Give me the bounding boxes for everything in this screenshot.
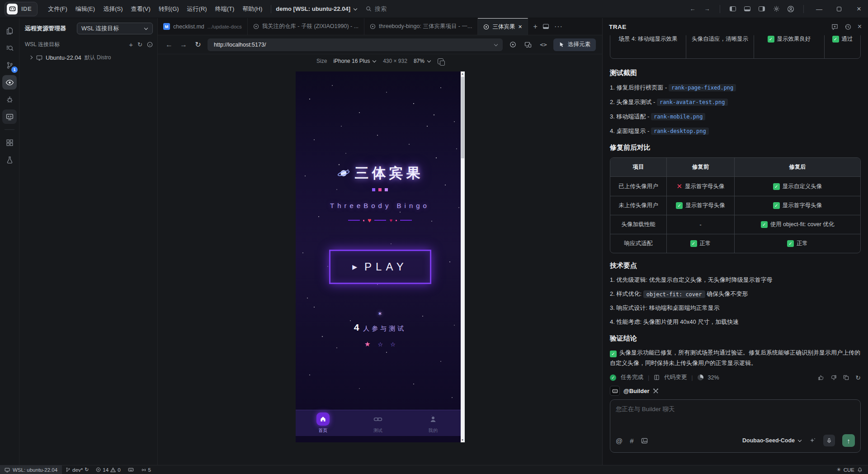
trae-ai-panel: TRAE × 场景 4: 移动端显示效果 头像自适应，清晰显示 ✓显示效果良好 … bbox=[602, 18, 868, 465]
rotate-device-icon[interactable] bbox=[438, 58, 443, 64]
nav-back-button[interactable]: ← bbox=[686, 3, 699, 15]
menu-goto[interactable]: 转到(G) bbox=[155, 3, 183, 15]
tech-item: 2. 样式优化: object-fit: cover 确保头像不变形 bbox=[610, 290, 861, 298]
regenerate-icon[interactable]: ↻ bbox=[855, 374, 861, 381]
send-button[interactable]: ↑ bbox=[842, 434, 855, 447]
add-target-icon[interactable]: + bbox=[129, 41, 133, 48]
debug-icon[interactable] bbox=[2, 92, 17, 107]
scroll-up-icon[interactable]: ▲ bbox=[461, 72, 465, 75]
context-hash-icon[interactable]: # bbox=[630, 437, 633, 445]
problems-indicator[interactable]: 14 0 bbox=[92, 467, 124, 473]
window-minimize-button[interactable]: — bbox=[810, 2, 828, 16]
image-attach-icon[interactable] bbox=[641, 437, 648, 444]
file-link[interactable]: rank-page-fixed.png bbox=[669, 84, 736, 91]
cue-label[interactable]: CUE bbox=[844, 467, 854, 473]
info-icon[interactable] bbox=[147, 42, 153, 47]
toggle-left-sidebar-button[interactable] bbox=[726, 3, 739, 15]
sync-icon[interactable]: ↻ bbox=[85, 467, 89, 473]
chat-message-area: 场景 4: 移动端显示效果 头像自适应，清晰显示 ✓显示效果良好 ✓通过 测试截… bbox=[603, 35, 868, 465]
wsl-distro-item[interactable]: Ubuntu-22.04 默认 Distro bbox=[28, 54, 153, 62]
menu-selection[interactable]: 选择(S) bbox=[99, 3, 127, 15]
zoom-select[interactable]: 87% bbox=[414, 58, 431, 64]
keyboard-indicator[interactable] bbox=[124, 467, 137, 473]
browser-forward-icon[interactable]: → bbox=[179, 41, 189, 49]
new-tab-icon[interactable]: + bbox=[533, 23, 538, 31]
connection-target-select[interactable]: WSL 连接目标 bbox=[77, 23, 153, 34]
copy-icon[interactable] bbox=[843, 374, 849, 380]
menu-terminal[interactable]: 终端(T) bbox=[211, 3, 239, 15]
locate-target-icon[interactable] bbox=[507, 41, 518, 48]
toggle-bottom-panel-button[interactable] bbox=[741, 3, 754, 15]
scroll-down-icon[interactable]: ▼ bbox=[461, 439, 465, 441]
close-panel-icon[interactable]: × bbox=[858, 23, 862, 31]
browser-refresh-icon[interactable]: ↻ bbox=[193, 40, 203, 49]
refresh-icon[interactable]: ↻ bbox=[137, 41, 142, 48]
sparkle-enhance-icon[interactable] bbox=[809, 437, 816, 444]
search-label: 搜索 bbox=[375, 5, 387, 13]
app-logo[interactable]: IDE bbox=[5, 2, 38, 16]
agent-name[interactable]: @Builder bbox=[623, 388, 649, 394]
preview-circle-icon bbox=[483, 24, 489, 30]
preview-scrollbar[interactable]: ▲ ▼ bbox=[461, 71, 465, 442]
source-control-icon[interactable]: 1 bbox=[2, 58, 17, 72]
menu-run[interactable]: 运行(R) bbox=[183, 3, 211, 15]
tab-starred-repos[interactable]: 我关注的仓库 - 子筱 (ZIXIAO1990) - ... bbox=[248, 18, 364, 35]
trae-panel-title: TRAE bbox=[609, 24, 627, 30]
menu-help[interactable]: 帮助(H) bbox=[238, 3, 266, 15]
chevron-down-icon bbox=[798, 438, 802, 442]
nav-profile[interactable]: 我的 bbox=[426, 412, 439, 434]
git-branch-indicator[interactable]: dev* ↻ bbox=[62, 467, 92, 473]
more-actions-icon[interactable]: ··· bbox=[554, 23, 563, 31]
thumbs-up-icon[interactable] bbox=[818, 374, 824, 381]
global-search[interactable]: 搜索 bbox=[366, 5, 387, 13]
new-chat-icon[interactable] bbox=[831, 24, 838, 30]
play-button[interactable]: ▶ PLAY bbox=[329, 250, 431, 284]
chat-input-box[interactable]: 您正在与 Builder 聊天 @ # Doubao-Seed-Code bbox=[610, 399, 861, 453]
toggle-right-sidebar-button[interactable] bbox=[755, 3, 768, 15]
remote-indicator[interactable]: WSL: ubuntu-22.04 bbox=[0, 465, 62, 474]
menu-file[interactable]: 文件(F) bbox=[44, 3, 71, 15]
mic-button[interactable] bbox=[823, 435, 835, 446]
tab-checklist[interactable]: M checklist.md .../update-docs bbox=[158, 18, 248, 35]
tab-threebody-bingo[interactable]: 三体宾果 × bbox=[478, 18, 528, 35]
nav-forward-button[interactable]: → bbox=[701, 3, 713, 15]
device-toolbar-icon[interactable] bbox=[523, 41, 533, 48]
test-flask-icon[interactable] bbox=[2, 152, 17, 167]
preview-browser-icon[interactable] bbox=[2, 109, 17, 124]
tools-icon[interactable] bbox=[653, 388, 659, 394]
settings-gear-icon[interactable] bbox=[770, 3, 783, 15]
tab-threebody-repo[interactable]: threebody-bingo: 三体宾果项目 - 一... bbox=[364, 18, 478, 35]
file-link[interactable]: rank-mobile.png bbox=[651, 113, 705, 120]
nav-test[interactable]: 测试 bbox=[371, 412, 384, 434]
check-icon: ✓ bbox=[773, 202, 780, 209]
explorer-icon[interactable] bbox=[2, 24, 17, 38]
notifications-bell-icon[interactable] bbox=[857, 467, 863, 473]
scroll-thumb[interactable] bbox=[461, 77, 464, 158]
file-link[interactable]: rank-desktop.png bbox=[651, 128, 709, 135]
window-close-button[interactable]: × bbox=[850, 2, 868, 16]
split-editor-icon[interactable] bbox=[543, 24, 549, 29]
nav-home[interactable]: 首页 bbox=[316, 412, 330, 434]
code-change-label[interactable]: 代码变更 bbox=[664, 374, 687, 381]
ports-indicator[interactable]: 5 bbox=[137, 467, 155, 473]
mention-icon[interactable]: @ bbox=[616, 437, 623, 445]
extensions-icon[interactable] bbox=[2, 135, 17, 150]
window-restore-button[interactable] bbox=[830, 2, 848, 16]
thumbs-down-icon[interactable] bbox=[830, 374, 837, 381]
model-selector[interactable]: Doubao-Seed-Code bbox=[742, 437, 802, 444]
distro-name: Ubuntu-22.04 bbox=[46, 54, 81, 61]
browser-back-icon[interactable]: ← bbox=[164, 41, 174, 49]
menu-edit[interactable]: 编辑(E) bbox=[71, 3, 99, 15]
device-select[interactable]: iPhone 16 Plus bbox=[333, 58, 377, 64]
url-bar[interactable]: http://localhost:5173/ bbox=[208, 38, 503, 51]
search-panel-icon[interactable] bbox=[2, 41, 17, 55]
workspace-switcher[interactable]: demo [WSL: ubuntu-22.04] bbox=[276, 5, 358, 12]
account-icon[interactable] bbox=[784, 3, 797, 15]
tab-close-icon[interactable]: × bbox=[518, 23, 522, 30]
menu-view[interactable]: 查看(V) bbox=[127, 3, 154, 15]
file-link[interactable]: rank-avatar-test.png bbox=[657, 99, 728, 106]
remote-explorer-icon[interactable] bbox=[2, 75, 17, 90]
select-element-button[interactable]: 选择元素 bbox=[553, 38, 596, 51]
history-icon[interactable] bbox=[844, 24, 851, 30]
devtools-code-icon[interactable]: <> bbox=[538, 41, 549, 48]
